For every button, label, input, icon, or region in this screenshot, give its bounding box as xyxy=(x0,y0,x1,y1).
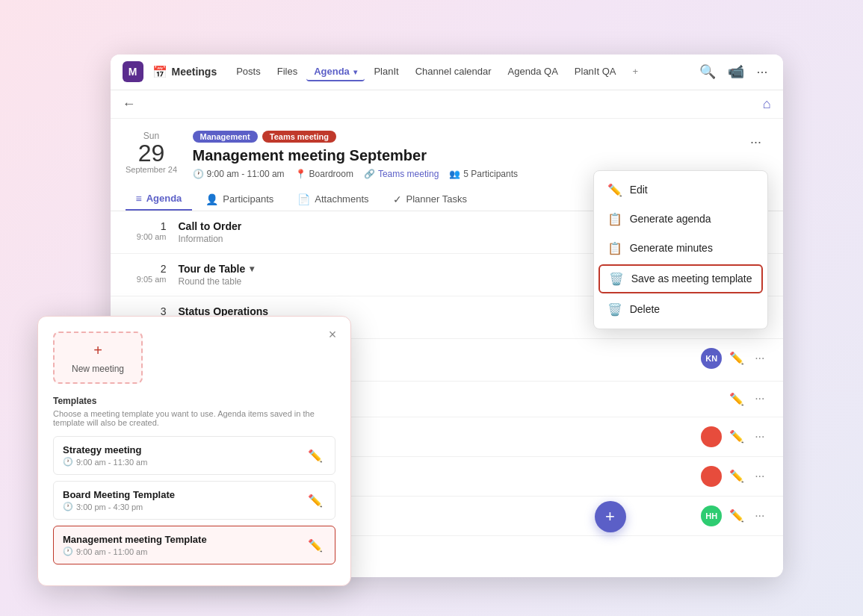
agenda-num-block-1: 1 9:00 am xyxy=(126,220,167,241)
home-button[interactable]: ⌂ xyxy=(763,96,771,112)
avatar-4: KN xyxy=(701,348,722,369)
edit-template-1-button[interactable]: ✏️ xyxy=(305,446,326,466)
edit-icon: ✏️ xyxy=(607,183,622,197)
template-content-3: Management meeting Template 🕐 9:00 am - … xyxy=(63,534,305,556)
edit-agenda-4-button[interactable]: ✏️ xyxy=(726,349,747,367)
template-item-1[interactable]: Strategy meeting 🕐 9:00 am - 11:30 am ✏️ xyxy=(53,436,335,475)
template-name-2: Board Meeting Template xyxy=(63,489,305,500)
tab-agenda-qa[interactable]: Agenda QA xyxy=(501,63,566,81)
edit-agenda-5-button[interactable]: ✏️ xyxy=(726,391,747,408)
clock-icon-2: 🕐 xyxy=(63,502,73,511)
agenda-num-2: 2 xyxy=(126,263,167,275)
more-nav-icon[interactable]: ··· xyxy=(753,61,770,83)
new-meeting-button[interactable]: + New meeting xyxy=(53,332,143,384)
agenda-tab-icon: ≡ xyxy=(136,193,142,205)
agenda-time-1: 9:00 am xyxy=(126,232,167,241)
agenda-chevron-icon: ▾ xyxy=(353,68,357,76)
agenda-time-2: 9:05 am xyxy=(126,275,167,284)
context-delete[interactable]: 🗑️ Delete xyxy=(594,295,767,324)
avatar-7 xyxy=(701,466,722,487)
top-nav: M 📅 Meetings Posts Files Agenda ▾ PlanIt… xyxy=(111,55,783,90)
day-num: 29 xyxy=(126,141,178,165)
tab-add[interactable]: + xyxy=(625,63,646,81)
calendar-icon: 📅 xyxy=(152,65,167,79)
agenda-actions-8: HH ✏️ ··· xyxy=(701,505,767,526)
tab-channel-calendar[interactable]: Channel calendar xyxy=(408,63,499,81)
agenda-num-1: 1 xyxy=(126,220,167,232)
plus-icon: + xyxy=(632,66,638,77)
add-item-fab[interactable]: + xyxy=(595,501,626,532)
more-agenda-7-button[interactable]: ··· xyxy=(752,468,767,485)
app-icon: M xyxy=(123,61,143,82)
delete-icon: 🗑️ xyxy=(607,302,622,317)
more-options-button[interactable]: ··· xyxy=(744,131,768,155)
template-time-1: 🕐 9:00 am - 11:30 am xyxy=(63,457,305,467)
clock-icon-3: 🕐 xyxy=(63,547,73,556)
avatar-6 xyxy=(701,426,722,447)
clock-icon-1: 🕐 xyxy=(63,457,73,467)
new-meeting-plus-icon: + xyxy=(93,342,102,359)
agenda-actions-4: KN ✏️ ··· xyxy=(701,348,767,369)
back-button[interactable]: ← xyxy=(123,96,136,112)
subtab-attachments[interactable]: 📄 Attachments xyxy=(287,188,379,211)
meeting-link[interactable]: 🔗 Teams meeting xyxy=(364,169,439,179)
nav-tabs: Posts Files Agenda ▾ PlanIt Channel cale… xyxy=(229,63,693,81)
tab-planit-qa[interactable]: PlanIt QA xyxy=(567,63,624,81)
subtab-planner-tasks[interactable]: ✓ Planner Tasks xyxy=(383,188,477,211)
date-block: Sun 29 September 24 xyxy=(126,131,178,179)
agenda-actions-5: ✏️ ··· xyxy=(726,391,767,408)
back-bar: ← ⌂ xyxy=(111,90,783,119)
context-generate-minutes[interactable]: 📋 Generate minutes xyxy=(594,234,767,263)
template-time-3: 🕐 9:00 am - 11:00 am xyxy=(63,547,305,556)
templates-desc: Choose a meeting template you want to us… xyxy=(53,409,335,427)
meeting-time: 🕐 9:00 am - 11:00 am xyxy=(193,169,285,179)
tab-planit[interactable]: PlanIt xyxy=(366,63,406,81)
edit-template-2-button[interactable]: ✏️ xyxy=(305,491,326,511)
tab-agenda[interactable]: Agenda ▾ xyxy=(306,63,365,81)
meeting-tags: Management Teams meeting xyxy=(193,131,729,143)
agenda-2-chevron-icon: ▾ xyxy=(250,264,254,274)
edit-template-3-button[interactable]: ✏️ xyxy=(305,535,326,556)
templates-panel: × + New meeting Templates Choose a meeti… xyxy=(37,316,351,586)
template-item-2[interactable]: Board Meeting Template 🕐 3:00 pm - 4:30 … xyxy=(53,481,335,520)
tab-files[interactable]: Files xyxy=(270,63,305,81)
template-content-1: Strategy meeting 🕐 9:00 am - 11:30 am xyxy=(63,444,305,467)
template-time-2: 🕐 3:00 pm - 4:30 pm xyxy=(63,502,305,511)
context-edit[interactable]: ✏️ Edit xyxy=(594,175,767,205)
meeting-location: 📍 Boardroom xyxy=(295,169,353,179)
templates-heading: Templates xyxy=(53,396,335,406)
new-meeting-label: New meeting xyxy=(72,364,124,374)
planner-tab-icon: ✓ xyxy=(393,193,402,205)
edit-agenda-7-button[interactable]: ✏️ xyxy=(726,467,747,485)
edit-agenda-8-button[interactable]: ✏️ xyxy=(726,507,747,524)
subtab-agenda[interactable]: ≡ Agenda xyxy=(126,188,193,211)
nav-right: 🔍 📹 ··· xyxy=(696,60,770,83)
participants-tab-icon: 👤 xyxy=(205,193,218,205)
generate-minutes-icon: 📋 xyxy=(607,241,622,255)
template-item-3[interactable]: Management meeting Template 🕐 9:00 am - … xyxy=(53,526,335,564)
attachments-tab-icon: 📄 xyxy=(297,193,310,205)
meeting-title: Management meeting September xyxy=(193,147,729,164)
more-agenda-8-button[interactable]: ··· xyxy=(752,508,767,524)
avatar-8: HH xyxy=(701,505,722,526)
more-agenda-5-button[interactable]: ··· xyxy=(752,391,767,407)
meetings-label: Meetings xyxy=(172,66,217,78)
save-template-icon: 🗑️ xyxy=(609,272,624,286)
search-icon[interactable]: 🔍 xyxy=(696,60,719,83)
template-content-2: Board Meeting Template 🕐 3:00 pm - 4:30 … xyxy=(63,489,305,511)
close-panel-button[interactable]: × xyxy=(324,326,341,343)
tag-management: Management xyxy=(193,131,258,143)
agenda-actions-6: ✏️ ··· xyxy=(701,426,767,447)
template-name-1: Strategy meeting xyxy=(63,444,305,455)
more-agenda-4-button[interactable]: ··· xyxy=(752,350,767,367)
edit-agenda-6-button[interactable]: ✏️ xyxy=(726,428,747,445)
agenda-actions-7: ✏️ ··· xyxy=(701,466,767,487)
tab-posts[interactable]: Posts xyxy=(229,63,268,81)
subtab-participants[interactable]: 👤 Participants xyxy=(195,188,284,211)
context-save-template[interactable]: 🗑️ Save as meeting template xyxy=(598,264,763,293)
context-generate-agenda[interactable]: 📋 Generate agenda xyxy=(594,205,767,234)
participants-count: 👥 5 Participants xyxy=(449,169,518,179)
more-agenda-6-button[interactable]: ··· xyxy=(752,429,767,445)
month-year: September 24 xyxy=(126,165,178,174)
video-icon[interactable]: 📹 xyxy=(725,60,747,83)
